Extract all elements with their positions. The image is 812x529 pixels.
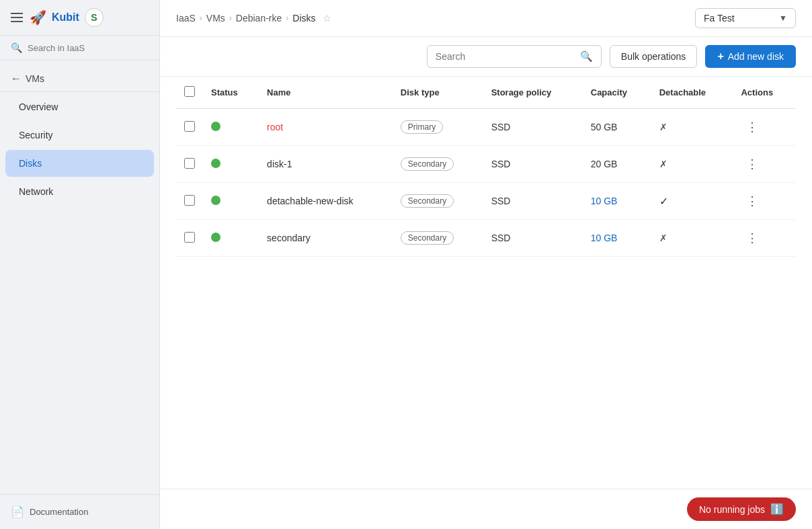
topbar: IaaS › VMs › Debian-rke › Disks ☆ Fa Tes…	[160, 0, 812, 37]
footer-bar: No running jobs ℹ️	[160, 489, 812, 529]
status-dot-icon	[211, 159, 220, 168]
row-name-cell: root	[259, 109, 393, 146]
col-name: Name	[259, 77, 393, 109]
row-disk-type-cell: Secondary	[393, 183, 483, 220]
disk-name-text: disk-1	[267, 159, 292, 169]
row-0-checkbox[interactable]	[184, 121, 195, 132]
row-name-cell: secondary	[259, 220, 393, 257]
disk-name-text: detachable-new-disk	[267, 196, 353, 206]
sidebar-item-disks[interactable]: Disks	[5, 150, 154, 177]
disk-type-badge: Primary	[401, 120, 443, 134]
no-running-jobs-badge: No running jobs ℹ️	[687, 497, 796, 521]
disks-table: Status Name Disk type Storage policy Cap…	[176, 77, 796, 257]
logo-text: Kubit	[52, 11, 79, 24]
table-row: disk-1SecondarySSD20 GB✗⋮	[176, 146, 796, 183]
breadcrumb-sep-2: ›	[229, 13, 232, 23]
row-capacity-cell: 10 GB	[583, 220, 651, 257]
tenant-selector[interactable]: Fa Test ▼	[695, 8, 796, 28]
secondary-logo-icon: S	[85, 8, 104, 27]
tenant-name: Fa Test	[704, 13, 735, 24]
row-more-actions-button[interactable]: ⋮	[741, 192, 764, 210]
row-checkbox-cell	[176, 220, 203, 257]
topbar-right: Fa Test ▼	[695, 8, 796, 28]
detachable-x-icon: ✗	[659, 233, 667, 243]
sidebar-header: 🚀 Kubit S	[0, 0, 159, 36]
sidebar-item-overview-label: Overview	[19, 101, 58, 112]
row-more-actions-button[interactable]: ⋮	[741, 229, 764, 247]
row-capacity-cell: 20 GB	[583, 146, 651, 183]
row-1-checkbox[interactable]	[184, 158, 195, 169]
sidebar-search-input[interactable]	[28, 43, 149, 53]
row-detachable-cell: ✗	[651, 146, 733, 183]
sidebar-item-security-label: Security	[19, 130, 53, 140]
row-actions-cell: ⋮	[733, 183, 796, 220]
row-name-cell: detachable-new-disk	[259, 183, 393, 220]
sidebar-item-network[interactable]: Network	[5, 178, 154, 205]
select-all-checkbox[interactable]	[184, 86, 195, 97]
capacity-value: 20 GB	[591, 159, 618, 169]
row-capacity-cell: 50 GB	[583, 109, 651, 146]
back-label: VMs	[26, 73, 44, 84]
breadcrumb-vms[interactable]: VMs	[206, 13, 225, 24]
disk-name-link[interactable]: root	[267, 122, 283, 132]
detachable-x-icon: ✗	[659, 122, 667, 132]
search-input[interactable]	[436, 51, 575, 62]
status-dot-icon	[211, 233, 220, 242]
sidebar-item-security[interactable]: Security	[5, 122, 154, 149]
detachable-check-icon: ✓	[659, 196, 668, 207]
favorite-star-icon[interactable]: ☆	[323, 13, 331, 24]
disk-type-badge: Secondary	[401, 194, 454, 208]
row-disk-type-cell: Secondary	[393, 220, 483, 257]
row-storage-policy-cell: SSD	[483, 146, 583, 183]
chevron-down-icon: ▼	[779, 13, 787, 23]
sidebar-item-network-label: Network	[19, 186, 53, 197]
disks-table-container: Status Name Disk type Storage policy Cap…	[160, 77, 812, 489]
row-2-checkbox[interactable]	[184, 195, 195, 206]
breadcrumb: IaaS › VMs › Debian-rke › Disks ☆	[176, 13, 331, 24]
breadcrumb-iaas[interactable]: IaaS	[176, 13, 196, 24]
sidebar-search-icon: 🔍	[11, 42, 22, 53]
sidebar-nav: ← VMs Overview Security Disks Network	[0, 60, 159, 494]
row-disk-type-cell: Primary	[393, 109, 483, 146]
row-storage-policy-cell: SSD	[483, 183, 583, 220]
row-more-actions-button[interactable]: ⋮	[741, 118, 764, 136]
row-actions-cell: ⋮	[733, 109, 796, 146]
hamburger-menu-icon[interactable]	[11, 13, 23, 22]
col-storage-policy: Storage policy	[483, 77, 583, 109]
select-all-header	[176, 77, 203, 109]
status-dot-icon	[211, 122, 220, 131]
sidebar-item-overview[interactable]: Overview	[5, 93, 154, 120]
detachable-x-icon: ✗	[659, 159, 667, 169]
col-capacity: Capacity	[583, 77, 651, 109]
back-arrow-icon: ←	[11, 73, 22, 85]
row-status-cell	[203, 146, 259, 183]
row-status-cell	[203, 109, 259, 146]
col-detachable: Detachable	[651, 77, 733, 109]
back-to-vms-link[interactable]: ← VMs	[0, 66, 159, 92]
disk-name-text: secondary	[267, 233, 311, 243]
row-disk-type-cell: Secondary	[393, 146, 483, 183]
table-row: secondarySecondarySSD10 GB✗⋮	[176, 220, 796, 257]
disk-type-badge: Secondary	[401, 157, 454, 171]
table-body: rootPrimarySSD50 GB✗⋮disk-1SecondarySSD2…	[176, 109, 796, 257]
row-detachable-cell: ✗	[651, 220, 733, 257]
row-actions-cell: ⋮	[733, 146, 796, 183]
bulk-operations-button[interactable]: Bulk operations	[610, 45, 698, 68]
breadcrumb-sep-3: ›	[286, 13, 288, 23]
breadcrumb-debian[interactable]: Debian-rke	[236, 13, 282, 24]
add-disk-label: Add new disk	[728, 51, 784, 62]
row-storage-policy-cell: SSD	[483, 109, 583, 146]
no-jobs-label: No running jobs	[699, 504, 765, 515]
add-new-disk-button[interactable]: + Add new disk	[705, 45, 796, 68]
row-3-checkbox[interactable]	[184, 232, 195, 243]
actions-bar: 🔍 Bulk operations + Add new disk	[160, 37, 812, 77]
search-icon: 🔍	[580, 50, 593, 63]
sidebar-search-area: 🔍	[0, 36, 159, 60]
breadcrumb-disks: Disks	[292, 13, 315, 24]
row-more-actions-button[interactable]: ⋮	[741, 155, 764, 173]
logo-area: 🚀 Kubit S	[30, 8, 104, 27]
documentation-link[interactable]: 📄 Documentation	[11, 505, 149, 518]
documentation-icon: 📄	[11, 505, 24, 518]
row-detachable-cell: ✗	[651, 109, 733, 146]
status-dot-icon	[211, 196, 220, 205]
